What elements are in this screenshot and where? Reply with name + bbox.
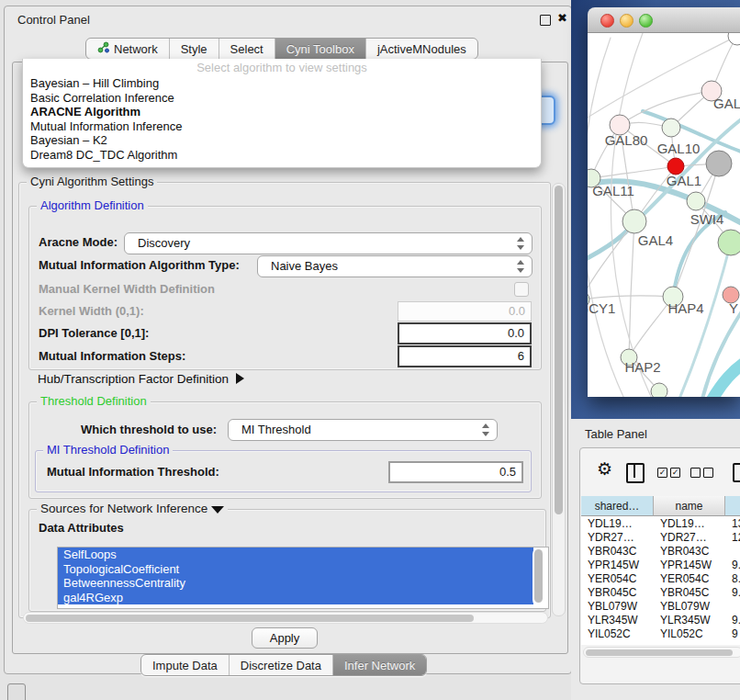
- data-attributes-list[interactable]: SelfLoopsTopologicalCoefficientBetweenne…: [57, 547, 549, 609]
- algorithm-option[interactable]: Bayesian – Hill Climbing: [23, 76, 541, 91]
- mi-steps-field[interactable]: 6: [398, 345, 532, 367]
- which-threshold-label: Which threshold to use:: [81, 423, 217, 436]
- network-node-gal10[interactable]: [662, 119, 680, 137]
- algorithm-option[interactable]: Basic Correlation Inference: [23, 91, 541, 106]
- tab-impute-data[interactable]: Impute Data: [141, 655, 230, 675]
- close-traffic-light[interactable]: [600, 14, 614, 28]
- aracne-mode-combobox[interactable]: Discovery: [124, 232, 533, 254]
- table-cell: YER054C: [581, 572, 654, 586]
- tab-style[interactable]: Style: [170, 39, 219, 59]
- cyni-algorithm-settings-group: Cyni Algorithm Settings Algorithm Defini…: [18, 182, 551, 618]
- table-cell: YIL052C: [581, 627, 654, 641]
- expander-arrow-icon: [236, 373, 244, 384]
- minimize-traffic-light[interactable]: [620, 14, 633, 28]
- which-threshold-combobox[interactable]: MI Threshold: [228, 419, 498, 441]
- table-row[interactable]: YLR345WYLR345W9.: [581, 614, 740, 627]
- table-cell: YPR145W: [654, 559, 725, 572]
- attribute-item[interactable]: TopologicalCoefficient: [58, 562, 533, 577]
- network-edge[interactable]: [588, 38, 624, 397]
- table-cell: [725, 545, 740, 559]
- tab-infer-network[interactable]: Infer Network: [333, 655, 426, 675]
- table-row[interactable]: YDL19…YDL19…13: [581, 517, 740, 531]
- file-icon[interactable]: [733, 463, 740, 482]
- cyni-toolbox-panel: gal4filtered.Sif default node Select alg…: [12, 62, 568, 654]
- table-row[interactable]: YDR27…YDR27…12: [581, 531, 740, 545]
- network-node[interactable]: [718, 230, 740, 255]
- network-desktop: GALGAL80GAL10GAL1GAL11SWI4GAL4GCY1HAP4YH…: [571, 0, 740, 419]
- network-edge[interactable]: [591, 166, 676, 178]
- control-panel-tabbar: Network Style Select Cyni Toolbox jActiv…: [85, 38, 478, 60]
- network-edge[interactable]: [629, 297, 673, 357]
- attributes-scrollbar[interactable]: [533, 548, 545, 606]
- float-window-icon[interactable]: [540, 15, 551, 26]
- settings-hscrollbar[interactable]: [23, 612, 548, 624]
- mi-threshold-definition-group: MI Threshold Definition Mutual Informati…: [35, 450, 532, 492]
- table-hscrollbar[interactable]: [583, 647, 740, 658]
- close-icon[interactable]: ✖: [557, 11, 567, 25]
- attribute-item[interactable]: gal4RGexp: [58, 591, 533, 605]
- tab-network[interactable]: Network: [86, 39, 170, 59]
- table-cell: 12: [725, 531, 740, 545]
- deselect-all-checkbox-icon[interactable]: [690, 468, 701, 478]
- combobox-arrows-icon: [517, 260, 524, 273]
- network-edge[interactable]: [679, 243, 731, 397]
- column-header-shared-name[interactable]: shared…: [581, 496, 654, 516]
- bottom-tabbar: Impute Data Discretize Data Infer Networ…: [140, 654, 427, 676]
- screen: Control Panel ✖ Network Style Select Cyn…: [0, 0, 740, 700]
- table-row[interactable]: YBR043CYBR043C: [581, 545, 740, 559]
- network-edge[interactable]: [712, 362, 740, 397]
- sources-title[interactable]: Sources for Network Inference: [37, 502, 228, 515]
- table-cell: 8.: [725, 572, 740, 586]
- network-node[interactable]: [706, 151, 732, 176]
- deselect-all-checkbox-icon[interactable]: [703, 468, 713, 478]
- node-label: Y: [729, 300, 738, 316]
- docked-panel-icon[interactable]: [7, 683, 26, 700]
- network-node[interactable]: [728, 33, 740, 45]
- node-label: HAP4: [667, 300, 703, 316]
- zoom-traffic-light[interactable]: [639, 14, 653, 28]
- table-row[interactable]: YBR045CYBR045C9.: [581, 586, 740, 600]
- network-edge[interactable]: [629, 221, 634, 357]
- split-columns-icon[interactable]: [626, 463, 645, 483]
- column-header-name[interactable]: name: [654, 496, 725, 516]
- hub-definition-expander[interactable]: Hub/Transcription Factor Definition: [38, 372, 244, 386]
- gear-icon[interactable]: ⚙: [597, 460, 612, 478]
- table-row[interactable]: YBL079WYBL079W: [581, 600, 740, 614]
- network-node-gal4[interactable]: [622, 209, 646, 233]
- table-row[interactable]: YER054CYER054C8.: [581, 572, 740, 586]
- tab-discretize-data[interactable]: Discretize Data: [230, 655, 333, 675]
- manual-kernel-label: Manual Kernel Width Definition: [39, 282, 215, 296]
- network-view-window[interactable]: GALGAL80GAL10GAL1GAL11SWI4GAL4GCY1HAP4YH…: [588, 7, 740, 397]
- tab-cyni-toolbox[interactable]: Cyni Toolbox: [275, 39, 366, 59]
- network-canvas[interactable]: GALGAL80GAL10GAL1GAL11SWI4GAL4GCY1HAP4YH…: [588, 33, 740, 397]
- tab-jactivemnodules[interactable]: jActiveMNodules: [366, 39, 477, 59]
- settings-vscrollbar[interactable]: [552, 183, 566, 616]
- attribute-item[interactable]: SelfLoops: [58, 548, 533, 562]
- dpi-tolerance-field[interactable]: 0.0: [398, 322, 532, 344]
- network-window-titlebar[interactable]: [588, 7, 740, 33]
- node-label: GAL: [713, 96, 740, 111]
- threshold-definition-title: Threshold Definition: [37, 394, 151, 408]
- select-all-checkbox-icon[interactable]: ✓: [670, 468, 680, 478]
- combobox-arrows-icon: [517, 237, 524, 250]
- algorithm-option[interactable]: Mutual Information Inference: [23, 119, 541, 134]
- network-node-swi4[interactable]: [687, 192, 705, 210]
- attribute-item[interactable]: BetweennessCentrality: [58, 576, 533, 591]
- algorithm-option[interactable]: Bayesian – K2: [23, 133, 541, 148]
- mi-type-combobox[interactable]: Naive Bayes: [257, 255, 533, 277]
- network-node[interactable]: [651, 383, 667, 397]
- kernel-width-field[interactable]: 0.0: [398, 301, 532, 322]
- table-panel-body: ⚙ ✓ ✓ shared… name A YDL19…YDL19…13YDR27…: [579, 447, 740, 684]
- manual-kernel-checkbox[interactable]: [514, 282, 529, 297]
- table-row[interactable]: YPR145WYPR145W9.: [581, 559, 740, 572]
- select-all-checkbox-icon[interactable]: ✓: [657, 468, 667, 478]
- algorithm-option-selected[interactable]: ARACNE Algorithm: [23, 105, 541, 119]
- apply-button[interactable]: Apply: [252, 627, 318, 649]
- table-cell: YER054C: [654, 572, 725, 586]
- column-header-cut[interactable]: A: [725, 496, 740, 516]
- tab-select[interactable]: Select: [219, 39, 275, 59]
- mi-threshold-field[interactable]: 0.5: [388, 461, 523, 483]
- network-graph: GALGAL80GAL10GAL1GAL11SWI4GAL4GCY1HAP4YH…: [588, 33, 740, 397]
- algorithm-option[interactable]: Dream8 DC_TDC Algorithm: [23, 148, 541, 163]
- table-row[interactable]: YIL052CYIL052C9: [581, 627, 740, 641]
